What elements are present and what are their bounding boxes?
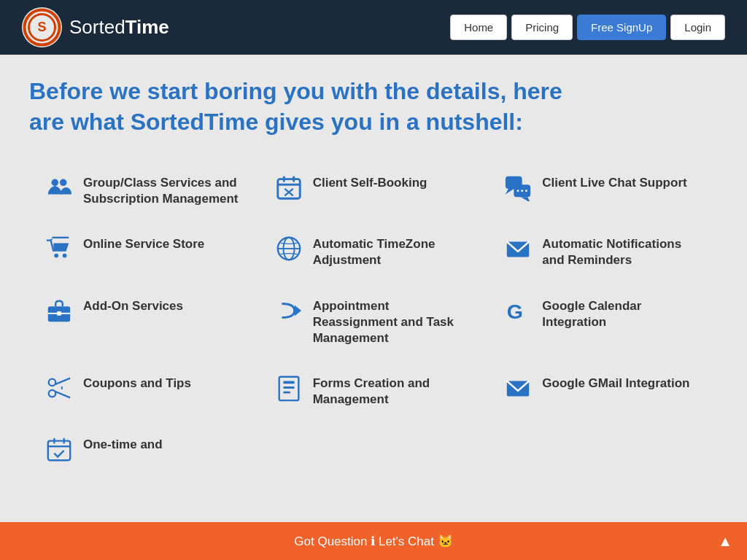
svg-point-34 xyxy=(49,378,56,386)
feature-onetime-label: One-time and xyxy=(83,437,163,453)
feature-google-cal: G Google Calendar Integration xyxy=(488,282,718,359)
svg-line-23 xyxy=(51,239,53,241)
feature-timezone-label: Automatic TimeZone Adjustment xyxy=(313,236,474,268)
svg-rect-6 xyxy=(277,179,299,199)
google-cal-icon: G xyxy=(503,295,533,326)
feature-appointment: Appointment Reassignment and Task Manage… xyxy=(259,282,489,359)
svg-marker-13 xyxy=(506,189,514,195)
svg-line-36 xyxy=(55,378,70,385)
svg-point-22 xyxy=(63,254,67,258)
feature-google-cal-label: Google Calendar Integration xyxy=(542,298,703,330)
chat-bar[interactable]: Got Question ℹ Let's Chat 🐱 ▲ xyxy=(0,522,747,551)
email-notification-icon xyxy=(503,233,533,264)
feature-live-chat-label: Client Live Chat Support xyxy=(542,175,686,191)
feature-addon: Add-On Services xyxy=(29,282,259,359)
globe-icon xyxy=(274,233,304,264)
main-content: Before we start boring you with the deta… xyxy=(0,55,747,551)
arrow-forward-icon xyxy=(274,295,304,326)
svg-marker-15 xyxy=(521,197,530,201)
header: S SortedTime Home Pricing Free SignUp Lo… xyxy=(0,0,747,55)
svg-line-37 xyxy=(55,392,70,398)
chat-bar-expand-icon: ▲ xyxy=(718,533,732,550)
feature-group-class: Group/Class Services and Subscription Ma… xyxy=(29,159,259,220)
group-icon xyxy=(44,172,74,203)
svg-text:G: G xyxy=(507,300,523,323)
logo-icon: S xyxy=(22,7,62,47)
feature-notifications-label: Automatic Notifications and Reminders xyxy=(542,236,703,268)
svg-point-21 xyxy=(54,254,58,258)
svg-point-5 xyxy=(60,179,67,187)
home-button[interactable]: Home xyxy=(450,15,507,40)
briefcase-icon xyxy=(44,295,74,326)
feature-group-class-label: Group/Class Services and Subscription Ma… xyxy=(83,175,244,207)
feature-notifications: Automatic Notifications and Reminders xyxy=(488,220,718,281)
feature-addon-label: Add-On Services xyxy=(83,298,183,314)
feature-coupons-label: Coupons and Tips xyxy=(83,376,191,392)
feature-online-store-label: Online Service Store xyxy=(83,236,204,252)
feature-gmail: Google GMail Integration xyxy=(488,359,718,421)
logo-text: SortedTime xyxy=(69,16,169,39)
cart-icon xyxy=(44,233,74,264)
feature-timezone: Automatic TimeZone Adjustment xyxy=(259,220,489,281)
svg-point-4 xyxy=(52,179,59,187)
feature-appointment-label: Appointment Reassignment and Task Manage… xyxy=(313,298,474,346)
calendar-check-icon xyxy=(44,434,74,464)
feature-self-booking: Client Self-Booking xyxy=(259,159,489,220)
scissors-icon xyxy=(44,373,74,403)
chat-icon xyxy=(503,172,533,203)
svg-rect-44 xyxy=(48,441,70,461)
svg-line-20 xyxy=(51,241,54,252)
calendar-x-icon xyxy=(274,172,304,203)
svg-marker-32 xyxy=(294,305,301,316)
feature-onetime: One-time and xyxy=(29,421,259,478)
nav-buttons: Home Pricing Free SignUp Login xyxy=(450,15,725,40)
features-grid: Group/Class Services and Subscription Ma… xyxy=(29,159,718,478)
feature-gmail-label: Google GMail Integration xyxy=(542,376,689,392)
svg-rect-42 xyxy=(283,392,290,394)
signup-button[interactable]: Free SignUp xyxy=(577,15,666,40)
svg-rect-41 xyxy=(283,386,294,389)
svg-point-17 xyxy=(522,190,524,192)
feature-forms: Forms Creation and Management xyxy=(259,359,489,421)
pricing-button[interactable]: Pricing xyxy=(511,15,573,40)
svg-point-16 xyxy=(517,190,519,192)
svg-text:S: S xyxy=(37,20,46,34)
feature-self-booking-label: Client Self-Booking xyxy=(313,175,427,191)
feature-forms-label: Forms Creation and Management xyxy=(313,376,474,408)
chat-bar-text: Got Question ℹ Let's Chat 🐱 xyxy=(294,534,452,549)
svg-point-18 xyxy=(525,190,527,192)
feature-live-chat: Client Live Chat Support xyxy=(488,159,718,220)
svg-point-35 xyxy=(49,390,56,397)
svg-rect-31 xyxy=(57,311,61,316)
logo-area: S SortedTime xyxy=(22,7,169,47)
login-button[interactable]: Login xyxy=(670,15,725,40)
page-headline: Before we start boring you with the deta… xyxy=(29,77,598,137)
feature-coupons: Coupons and Tips xyxy=(29,359,259,421)
svg-rect-40 xyxy=(283,381,294,384)
forms-icon xyxy=(274,373,304,403)
gmail-icon xyxy=(503,373,533,403)
feature-online-store: Online Service Store xyxy=(29,220,259,281)
